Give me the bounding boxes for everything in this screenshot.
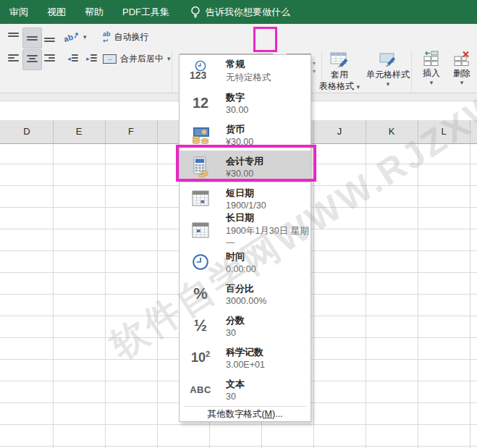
dropdown-caret-icon: ▾▾	[313, 59, 316, 75]
dropdown-caret-icon: ▾	[430, 80, 434, 86]
merge-center-icon: ↔	[103, 54, 117, 64]
tell-me-label: 告诉我你想要做什么	[206, 6, 290, 19]
cell-styles-icon	[379, 51, 397, 68]
insert-cells-icon	[423, 51, 439, 67]
dropdown-caret-icon: ▾	[356, 83, 360, 90]
column-header-f[interactable]: F	[105, 120, 157, 143]
column-header-j[interactable]: J	[313, 120, 366, 143]
menu-item-title: 常规	[226, 58, 271, 71]
tab-pdf-tools[interactable]: PDF工具集	[116, 0, 176, 24]
menu-item-fraction[interactable]: ½ 分数30	[180, 310, 311, 342]
menu-item-title: 长日期	[226, 211, 311, 224]
merge-center-button[interactable]: ↔ 合并后居中 ▾	[103, 49, 171, 69]
dropdown-caret-icon: ▾	[460, 80, 464, 86]
menu-item-long-date[interactable]: 长日期1900年1月30日 星期一	[180, 214, 311, 246]
menu-item-text[interactable]: ABC 文本30	[180, 373, 311, 405]
menu-item-general[interactable]: 123 常规无特定格式	[180, 55, 311, 87]
menu-item-percentage[interactable]: % 百分比3000.00%	[180, 278, 311, 310]
general-format-icon: 123	[185, 56, 216, 85]
align-middle-button[interactable]	[22, 28, 42, 48]
dropdown-caret-icon: ▾	[387, 81, 390, 88]
wrap-text-icon: ab↩	[103, 31, 111, 44]
delete-cells-icon	[454, 51, 470, 67]
text-format-icon: ABC	[185, 375, 216, 404]
cell-styles-button[interactable]: 单元格样式 ▾	[365, 51, 411, 88]
align-center-button[interactable]	[22, 49, 42, 70]
format-as-table-button[interactable]: 套用 表格格式 ▾	[316, 51, 363, 91]
accounting-format-icon	[185, 152, 216, 181]
align-center-icon	[27, 55, 38, 64]
align-bottom-icon	[44, 33, 55, 42]
percentage-icon: %	[185, 279, 216, 308]
menu-item-title: 文本	[226, 378, 245, 391]
number-format-icon: 12	[185, 88, 216, 117]
column-header-l[interactable]: L	[418, 120, 470, 143]
column-header-k[interactable]: K	[366, 120, 418, 143]
align-left-button[interactable]	[4, 49, 22, 69]
menu-item-sample: ¥30.00	[226, 137, 253, 147]
dropdown-caret-icon: ▾	[167, 56, 171, 62]
menu-item-sample: 无特定格式	[226, 72, 271, 84]
menu-item-sample: 1900/1/30	[226, 200, 266, 211]
column-header-d[interactable]: D	[1, 120, 53, 143]
menu-item-accounting[interactable]: 会计专用¥30.00	[180, 151, 311, 182]
decrease-indent-button[interactable]: ◂	[64, 49, 82, 69]
menu-item-title: 科学记数	[226, 346, 265, 359]
number-format-menu: 123 常规无特定格式 12 数字30.00 货币¥30.00	[179, 54, 311, 422]
align-middle-icon	[27, 33, 38, 43]
menu-item-short-date[interactable]: 短日期1900/1/30	[180, 182, 311, 214]
align-left-icon	[8, 54, 19, 64]
fraction-icon: ½	[185, 311, 216, 340]
menu-item-sample: 3.00E+01	[226, 360, 265, 370]
cell-styles-label: 单元格样式	[366, 69, 410, 80]
insert-button[interactable]: 插入 ▾	[417, 51, 446, 86]
delete-label: 删除	[453, 68, 470, 78]
format-as-table-icon	[329, 51, 350, 68]
menu-item-title: 货币	[226, 123, 253, 136]
menu-item-sample: 30.00	[226, 105, 248, 115]
orientation-icon: ab↗	[63, 31, 80, 43]
tab-help[interactable]: 帮助	[78, 0, 110, 24]
align-top-button[interactable]	[4, 28, 22, 47]
menu-item-currency[interactable]: 货币¥30.00	[180, 119, 311, 151]
more-number-formats-item[interactable]: 其他数字格式(M)...	[180, 407, 311, 421]
currency-format-icon	[185, 120, 216, 149]
tell-me-box[interactable]: 告诉我你想要做什么	[190, 6, 290, 19]
menu-item-title: 会计专用	[226, 155, 263, 168]
menu-item-title: 数字	[226, 91, 248, 104]
align-right-icon	[44, 54, 55, 64]
menu-item-sample: 30	[226, 392, 245, 402]
tab-view[interactable]: 视图	[41, 0, 72, 24]
merge-center-label: 合并后居中	[120, 53, 164, 65]
lightbulb-icon	[190, 6, 200, 19]
menu-item-title: 时间	[226, 250, 256, 263]
align-bottom-button[interactable]	[41, 28, 59, 47]
menu-item-number[interactable]: 12 数字30.00	[180, 87, 311, 119]
menu-item-title: 百分比	[226, 282, 266, 295]
dropdown-caret-icon: ▾	[83, 34, 87, 41]
align-top-icon	[8, 33, 19, 42]
menu-item-sample: 1900年1月30日 星期一	[226, 225, 311, 250]
format-as-table-label-2: 表格格式	[319, 81, 354, 91]
menu-item-sample: ¥30.00	[226, 169, 263, 179]
increase-indent-button[interactable]: ▸	[83, 49, 101, 69]
delete-button[interactable]: 删除 ▾	[447, 51, 476, 86]
align-right-button[interactable]	[41, 49, 59, 69]
menu-item-sample: 3000.00%	[226, 296, 266, 306]
format-as-table-label-1: 套用	[331, 69, 348, 80]
short-date-icon	[185, 184, 216, 213]
menu-item-scientific[interactable]: 102 科学记数3.00E+01	[180, 342, 311, 373]
menu-separator	[184, 406, 306, 407]
insert-label: 插入	[423, 68, 440, 78]
tab-review[interactable]: 审阅	[3, 0, 35, 24]
menu-item-title: 分数	[226, 314, 245, 327]
menu-item-time[interactable]: 时间0:00:00	[180, 246, 311, 278]
wrap-text-label: 自动换行	[114, 31, 149, 43]
menu-item-title: 短日期	[226, 187, 266, 200]
orientation-button[interactable]: ab↗ ▾	[64, 28, 87, 47]
scientific-icon: 102	[185, 343, 216, 372]
column-header-e[interactable]: E	[53, 120, 105, 143]
wrap-text-button[interactable]: ab↩ 自动换行	[103, 28, 149, 47]
time-format-icon	[185, 248, 216, 276]
ribbon-tab-bar: 审阅 视图 帮助 PDF工具集 告诉我你想要做什么	[0, 0, 477, 24]
